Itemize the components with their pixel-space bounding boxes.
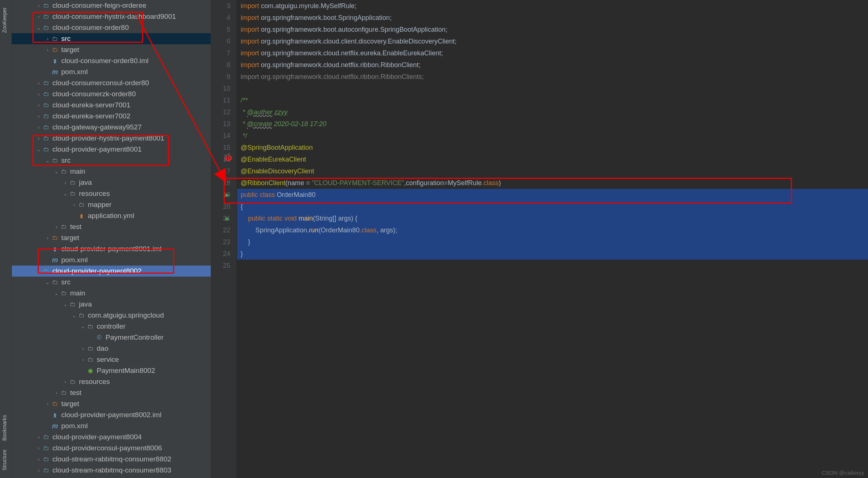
tree-item[interactable]: cloud-consumerconsul-order80	[12, 77, 211, 89]
expand-arrow-icon[interactable]	[53, 288, 60, 299]
expand-arrow-icon[interactable]	[53, 166, 60, 177]
tree-item[interactable]: target	[12, 232, 211, 243]
expand-arrow-icon[interactable]	[35, 77, 42, 89]
tree-item[interactable]: cloud-stream-rabbitmq-provider8801	[12, 476, 211, 478]
expand-arrow-icon[interactable]	[35, 111, 42, 122]
sidetab-bookmarks[interactable]: Bookmarks	[0, 411, 9, 445]
code-line[interactable]: import org.springframework.cloud.client.…	[237, 35, 868, 47]
tree-item[interactable]: cloud-consumer-order80	[12, 22, 211, 33]
code-line[interactable]: */	[237, 130, 868, 142]
code-line[interactable]	[237, 83, 868, 94]
code-line[interactable]: }	[237, 248, 868, 260]
expand-arrow-icon[interactable]	[44, 232, 51, 243]
run-gutter-icon[interactable]: ▶	[225, 212, 230, 224]
tree-item[interactable]: main	[12, 288, 211, 299]
expand-arrow-icon[interactable]	[71, 310, 78, 321]
code-line[interactable]: SpringApplication.run(OrderMain80.class,…	[237, 224, 868, 236]
tree-item[interactable]: target	[12, 44, 211, 55]
expand-arrow-icon[interactable]	[71, 199, 78, 210]
expand-arrow-icon[interactable]	[62, 177, 69, 188]
expand-arrow-icon[interactable]	[35, 89, 42, 100]
tree-item[interactable]: pom.xml	[12, 66, 211, 77]
expand-arrow-icon[interactable]	[35, 0, 42, 11]
expand-arrow-icon[interactable]	[44, 155, 51, 166]
tree-item[interactable]: java	[12, 177, 211, 188]
tree-item[interactable]: cloud-gateway-gateway9527	[12, 122, 211, 133]
code-line[interactable]: public class OrderMain80	[237, 189, 868, 201]
code-line[interactable]	[237, 260, 868, 271]
code-line[interactable]: @RibbonClient(name = "CLOUD-PAYMENT-SERV…	[237, 177, 868, 189]
expand-arrow-icon[interactable]	[35, 465, 42, 476]
expand-arrow-icon[interactable]	[35, 100, 42, 111]
expand-arrow-icon[interactable]	[53, 387, 60, 398]
code-line[interactable]: import com.atguigu.myrule.MySelfRule;	[237, 0, 868, 12]
expand-arrow-icon[interactable]	[53, 221, 60, 232]
tree-item[interactable]: resources	[12, 188, 211, 199]
code-line[interactable]: * @create 2020-02-18 17:20	[237, 118, 868, 130]
code-editor[interactable]: 345678910111213141516171819▶2021▶2223242…	[211, 0, 868, 478]
tree-item[interactable]: dao	[12, 343, 211, 354]
code-line[interactable]: @EnableDiscoveryClient	[237, 165, 868, 177]
tree-item[interactable]: test	[12, 221, 211, 232]
tree-item[interactable]: cloud-provider-payment8002.iml	[12, 409, 211, 420]
tree-item[interactable]: cloud-eureka-server7002	[12, 111, 211, 122]
expand-arrow-icon[interactable]	[35, 133, 42, 144]
expand-arrow-icon[interactable]	[35, 122, 42, 133]
expand-arrow-icon[interactable]	[35, 476, 42, 478]
tree-item[interactable]: resources	[12, 376, 211, 387]
tree-item[interactable]: src	[12, 155, 211, 166]
expand-arrow-icon[interactable]	[35, 22, 42, 33]
tree-item[interactable]: src	[12, 33, 211, 44]
expand-arrow-icon[interactable]	[35, 144, 42, 155]
tree-item[interactable]: cloud-stream-rabbitmq-consumer8802	[12, 454, 211, 465]
tree-item[interactable]: cloud-provider-payment8001	[12, 144, 211, 155]
tree-item[interactable]: cloud-provider-hystrix-payment8001	[12, 133, 211, 144]
tree-item[interactable]: com.atguigu.springcloud	[12, 310, 211, 321]
expand-arrow-icon[interactable]	[44, 33, 51, 44]
tree-item[interactable]: cloud-provider-payment8001.iml	[12, 243, 211, 254]
sidetab-zookeeper[interactable]: ZooKeeper	[0, 3, 9, 37]
tree-item[interactable]: cloud-providerconsul-payment8006	[12, 443, 211, 454]
tree-item[interactable]: cloud-consumer-order80.iml	[12, 55, 211, 66]
tree-item[interactable]: src	[12, 277, 211, 288]
project-tree[interactable]: cloud-consumer-feign-ordereecloud-consum…	[12, 0, 211, 478]
tree-item[interactable]: mapper	[12, 199, 211, 210]
expand-arrow-icon[interactable]	[62, 376, 69, 387]
expand-arrow-icon[interactable]	[35, 443, 42, 454]
code-line[interactable]: {	[237, 201, 868, 212]
code-line[interactable]: @SpringBootApplication	[237, 142, 868, 153]
expand-arrow-icon[interactable]	[80, 354, 86, 365]
tree-item[interactable]: service	[12, 354, 211, 365]
code-line[interactable]: * @auther zzyy	[237, 106, 868, 118]
code-line[interactable]: import org.springframework.boot.autoconf…	[237, 24, 868, 35]
code-line[interactable]: @EnableEurekaClient	[237, 153, 868, 165]
expand-arrow-icon[interactable]	[44, 44, 51, 55]
code-line[interactable]: import org.springframework.boot.SpringAp…	[237, 12, 868, 24]
tree-item[interactable]: test	[12, 387, 211, 398]
expand-arrow-icon[interactable]	[80, 321, 86, 332]
tree-item[interactable]: cloud-consumer-feign-orderee	[12, 0, 211, 11]
run-gutter-icon[interactable]: ▶	[225, 189, 230, 201]
code-line[interactable]: /**	[237, 94, 868, 106]
tree-item[interactable]: java	[12, 299, 211, 310]
tree-item[interactable]: cloud-provider-payment8004	[12, 432, 211, 443]
code-line[interactable]: import org.springframework.cloud.netflix…	[237, 71, 868, 83]
expand-arrow-icon[interactable]	[44, 277, 51, 288]
tree-item[interactable]: cloud-eureka-server7001	[12, 100, 211, 111]
expand-arrow-icon[interactable]	[35, 454, 42, 465]
expand-arrow-icon[interactable]	[35, 432, 42, 443]
tree-item[interactable]: cloud-stream-rabbitmq-consumer8803	[12, 465, 211, 476]
sidetab-structure[interactable]: Structure	[0, 445, 9, 475]
tree-item[interactable]: application.yml	[12, 210, 211, 221]
expand-arrow-icon[interactable]	[62, 188, 69, 199]
expand-arrow-icon[interactable]	[80, 343, 86, 354]
tree-item[interactable]: cloud-consumerzk-order80	[12, 89, 211, 100]
tree-item[interactable]: pom.xml	[12, 254, 211, 266]
code-line[interactable]: }	[237, 236, 868, 248]
expand-arrow-icon[interactable]	[44, 398, 51, 409]
expand-arrow-icon[interactable]	[35, 11, 42, 22]
expand-arrow-icon[interactable]	[62, 299, 69, 310]
code-line[interactable]: import org.springframework.cloud.netflix…	[237, 47, 868, 59]
tree-item[interactable]: main	[12, 166, 211, 177]
tree-item[interactable]: pom.xml	[12, 420, 211, 432]
